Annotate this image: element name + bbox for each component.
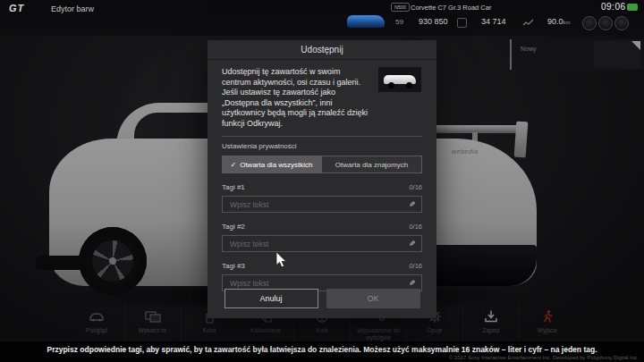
car-class-badge: N500 (391, 3, 410, 12)
tag-counter: 0/16 (409, 183, 422, 191)
content-thumbnail (378, 67, 421, 92)
tag-text-field[interactable] (228, 239, 409, 249)
tag-label: Tagi #1 (222, 183, 245, 191)
footer-hint-text: Przypisz odpowiednie tagi, aby sprawić, … (0, 345, 644, 354)
top-bar: GT Edytor barw N500 Corvette C7 Gr.3 Roa… (0, 0, 644, 36)
privacy-option-public[interactable]: ✓ Otwarta dla wszystkich (222, 156, 321, 173)
mouse-cursor (275, 251, 288, 269)
network-status-icon (627, 4, 638, 11)
distance-value: 90.0km (547, 17, 571, 26)
gt-logo-icon: GT (9, 3, 24, 13)
dialog-description: Udostępnij tę zawartość w swoim centrum … (222, 67, 370, 129)
share-dialog: Udostępnij Udostępnij tę zawartość w swo… (208, 40, 436, 318)
dialog-body: Udostępnij tę zawartość w swoim centrum … (208, 60, 436, 129)
privacy-toggle: ✓ Otwarta dla wszystkich Otwarta dla zna… (222, 156, 422, 173)
pencil-icon: ✎ (409, 279, 416, 288)
privacy-option-label: Otwarta dla wszystkich (240, 161, 312, 169)
tag-counter: 0/16 (409, 223, 422, 231)
tag-counter: 0/16 (409, 262, 422, 270)
mileage-value: 34 714 (481, 17, 506, 26)
clock: 09:06 (601, 2, 626, 12)
tag-input-2[interactable]: ✎ (222, 235, 422, 252)
mileage-graph-icon (522, 19, 534, 27)
screen: GT Edytor barw N500 Corvette C7 Gr.3 Roa… (0, 0, 644, 362)
tag-text-field[interactable] (228, 199, 409, 210)
status-icon-2[interactable] (598, 16, 613, 30)
thumbnail-wheel (406, 82, 412, 88)
controller-icon[interactable] (614, 16, 629, 30)
privacy-label: Ustawienia prywatności (222, 142, 422, 150)
ok-button[interactable]: OK (326, 289, 420, 308)
thumbnail-wheel (388, 82, 394, 88)
tag-group-1: Tagi #1 0/16 ✎ (222, 183, 422, 213)
dialog-title: Udostępnij (208, 40, 436, 60)
cancel-button[interactable]: Anuluj (225, 289, 318, 308)
pencil-icon: ✎ (409, 240, 416, 248)
credits-value: 930 850 (419, 17, 448, 26)
credits-icon (457, 18, 467, 28)
privacy-option-label: Otwarta dla znajomych (335, 161, 408, 169)
tag-group-3: Tagi #3 0/16 ✎ (222, 262, 422, 291)
tag-label: Tagi #2 (222, 223, 245, 231)
copyright-text: © 2017 Sony Interactive Entertainment In… (449, 355, 639, 360)
privacy-section: Ustawienia prywatności ✓ Otwarta dla wsz… (222, 136, 422, 173)
privacy-option-friends[interactable]: Otwarta dla znajomych (321, 156, 422, 173)
tag-group-2: Tagi #2 0/16 ✎ (222, 223, 422, 252)
car-thumbnail[interactable] (347, 15, 385, 28)
tag-input-1[interactable]: ✎ (222, 196, 422, 213)
bottom-bar: Przypisz odpowiednie tagi, aby sprawić, … (0, 341, 644, 362)
pencil-icon: ✎ (409, 200, 416, 209)
tag-label: Tagi #3 (222, 262, 245, 270)
status-icon-1[interactable] (582, 16, 597, 30)
tag-text-field[interactable] (228, 278, 409, 289)
check-icon: ✓ (230, 161, 236, 169)
distance-unit: km (564, 20, 571, 25)
page-title: Edytor barw (51, 4, 94, 13)
driver-level: 59 (395, 18, 403, 26)
dialog-buttons: Anuluj OK (208, 289, 436, 308)
distance-number: 90.0 (547, 17, 564, 26)
current-car-name: Corvette C7 Gr.3 Road Car (411, 4, 491, 12)
